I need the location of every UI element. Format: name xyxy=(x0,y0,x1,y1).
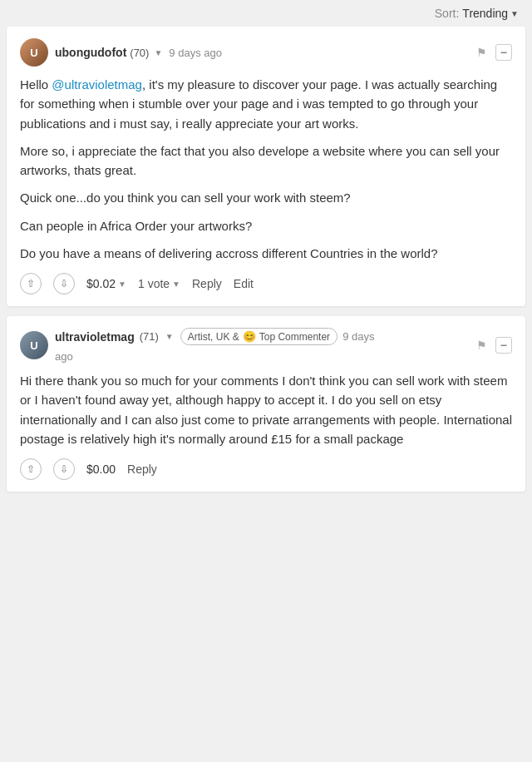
comment-header-1: U ubongudofot (70) ▼ 9 days ago ⚑ − xyxy=(20,38,512,67)
comment-actions-2: ⇧ ⇩ $0.00 Reply xyxy=(20,458,512,480)
dollar-value-1: $0.02 xyxy=(86,277,116,290)
reputation-1: (70) xyxy=(130,47,149,59)
comment-actions-1: ⇧ ⇩ $0.02 ▼ 1 vote ▼ Reply Edit xyxy=(20,273,512,294)
timestamp-2b: ago xyxy=(55,350,73,363)
sort-bar: Sort: Trending ▼ xyxy=(0,0,532,27)
mention-1[interactable]: @ultravioletmag xyxy=(52,77,142,92)
avatar-ubong: U xyxy=(20,38,48,67)
badge-artist-2: Artist, UK & 😊 Top Commenter xyxy=(180,328,337,345)
comment-header-right-1: ⚑ − xyxy=(476,44,512,61)
body-para-2: More so, i appreciate the fact that you … xyxy=(20,141,512,181)
timestamp-1: 9 days ago xyxy=(169,47,222,59)
comment-body-2: Hi there thank you so much for your comm… xyxy=(20,371,512,448)
body-para-2-1: Hi there thank you so much for your comm… xyxy=(20,371,512,448)
avatar-ultra: U xyxy=(20,331,48,359)
badge-tags-2: Artist, UK & 😊 Top Commenter xyxy=(180,328,337,345)
body-para-3: Quick one...do you think you can sell yo… xyxy=(20,188,512,207)
comment-body-1: Hello @ultravioletmag, it's my pleasure … xyxy=(20,75,512,263)
timestamp-2a: 9 days xyxy=(342,330,374,343)
comment-header-left-2: U ultravioletmag (71) ▼ Artist, UK & 😊 T… xyxy=(20,328,374,363)
vote-chevron-icon-1: ▼ xyxy=(172,280,180,289)
comment-header-left-1: U ubongudofot (70) ▼ 9 days ago xyxy=(20,38,222,67)
header-row2-2: ultravioletmag (71) ▼ Artist, UK & 😊 Top… xyxy=(55,328,374,345)
upvote-btn-1[interactable]: ⇧ xyxy=(20,273,42,294)
downvote-btn-2[interactable]: ⇩ xyxy=(53,458,75,480)
body-para-4: Can people in Africa Order your artworks… xyxy=(20,216,512,235)
reputation-2: (71) xyxy=(140,330,159,343)
vote-count-1[interactable]: 1 vote ▼ xyxy=(138,277,180,290)
reply-link-1[interactable]: Reply xyxy=(192,277,222,290)
flag-icon-1[interactable]: ⚑ xyxy=(476,46,487,59)
dollar-chevron-icon-1: ▼ xyxy=(118,280,126,289)
collapse-btn-2[interactable]: − xyxy=(495,337,512,354)
user-info-1: ubongudofot (70) ▼ 9 days ago xyxy=(55,46,222,59)
sort-value[interactable]: Trending xyxy=(462,7,508,20)
edit-link-1[interactable]: Edit xyxy=(234,277,254,290)
user-dropdown-icon-2[interactable]: ▼ xyxy=(165,332,174,341)
comment-card-1: U ubongudofot (70) ▼ 9 days ago ⚑ − Hell… xyxy=(7,27,525,306)
dollar-value-2: $0.00 xyxy=(86,463,116,476)
flag-icon-2[interactable]: ⚑ xyxy=(476,339,487,352)
collapse-btn-1[interactable]: − xyxy=(495,44,512,61)
downvote-btn-1[interactable]: ⇩ xyxy=(53,273,75,294)
comment-card-2: U ultravioletmag (71) ▼ Artist, UK & 😊 T… xyxy=(7,316,525,492)
comment-header-2: U ultravioletmag (71) ▼ Artist, UK & 😊 T… xyxy=(20,328,512,363)
username-2[interactable]: ultravioletmag xyxy=(55,330,135,344)
upvote-btn-2[interactable]: ⇧ xyxy=(20,458,42,480)
dollar-amount-1[interactable]: $0.02 ▼ xyxy=(86,277,126,290)
reply-link-2[interactable]: Reply xyxy=(127,463,157,476)
username-1[interactable]: ubongudofot xyxy=(55,46,126,59)
vote-count-label-1: 1 vote xyxy=(138,277,170,290)
body-para-5: Do you have a means of delivering accros… xyxy=(20,244,512,263)
dollar-amount-2[interactable]: $0.00 xyxy=(86,463,116,476)
comment-header-right-2: ⚑ − xyxy=(476,337,512,354)
sort-label: Sort: xyxy=(435,7,460,20)
sort-chevron-icon[interactable]: ▼ xyxy=(510,9,519,18)
user-dropdown-icon-1[interactable]: ▼ xyxy=(154,48,162,57)
